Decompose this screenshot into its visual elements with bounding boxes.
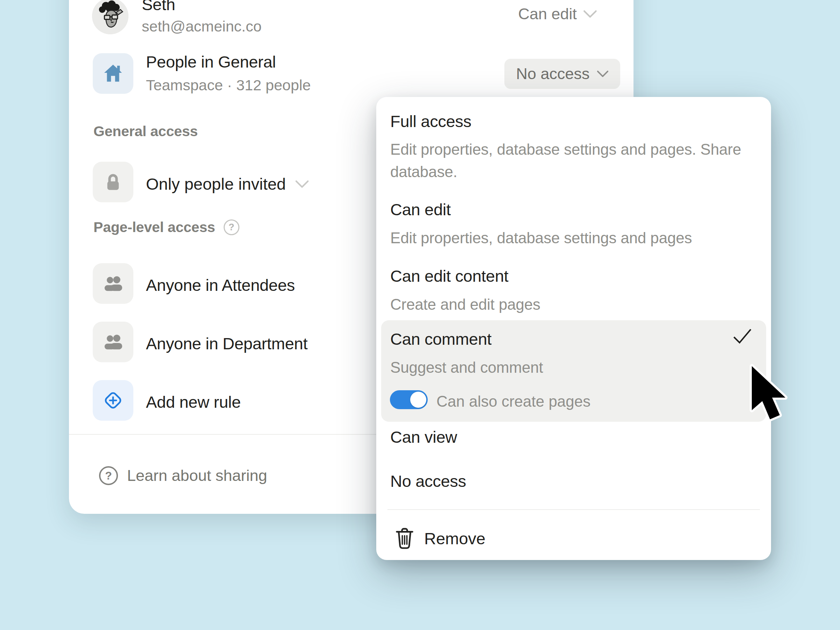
avatar-doodle-icon — [92, 0, 128, 34]
menu-item-full-access-desc: Edit properties, database settings and p… — [390, 138, 772, 183]
chevron-down-icon — [583, 10, 597, 18]
lock-icon — [103, 172, 123, 192]
menu-item-no-access[interactable]: No access — [390, 472, 466, 491]
menu-divider — [387, 509, 760, 510]
member-email: seth@acmeinc.co — [142, 17, 261, 35]
member-name: Seth — [142, 0, 175, 14]
remove-label: Remove — [424, 529, 485, 548]
lock-tile — [93, 162, 133, 202]
remove-button[interactable]: Remove — [395, 527, 485, 550]
menu-item-can-edit-desc: Edit properties, database settings and p… — [390, 227, 772, 249]
teamspace-permission-value: No access — [516, 65, 589, 83]
add-rule-icon — [101, 389, 125, 412]
people-icon — [102, 273, 124, 294]
general-access-value: Only people invited — [146, 174, 286, 194]
avatar — [92, 0, 128, 34]
page-level-access-heading: Page-level access ? — [93, 219, 239, 235]
selected-check-icon — [733, 328, 752, 344]
can-comment-desc: Suggest and comment — [390, 356, 772, 379]
menu-item-can-edit-content[interactable]: Can edit content — [390, 267, 508, 286]
help-icon[interactable]: ? — [224, 219, 239, 235]
menu-item-full-access[interactable]: Full access — [390, 112, 471, 131]
menu-item-can-comment[interactable]: Can comment Suggest and comment Can also… — [381, 320, 766, 422]
group-tile — [93, 322, 133, 362]
group-tile — [93, 263, 133, 304]
teamspace-tile — [93, 53, 133, 94]
learn-label: Learn about sharing — [127, 467, 267, 485]
rule-row[interactable]: Anyone in Attendees — [146, 276, 295, 295]
trash-icon — [395, 527, 414, 550]
create-pages-toggle-label: Can also create pages — [436, 393, 591, 410]
rule-row[interactable]: Anyone in Department — [146, 334, 308, 353]
chevron-down-icon — [597, 70, 609, 78]
permission-menu: Full access Edit properties, database se… — [376, 97, 771, 560]
teamspace-permission-dropdown[interactable]: No access — [504, 59, 620, 89]
menu-item-can-edit-content-desc: Create and edit pages — [390, 293, 772, 316]
add-rule-button[interactable]: Add new rule — [146, 393, 241, 412]
chevron-down-icon — [295, 180, 309, 188]
menu-item-can-view[interactable]: Can view — [390, 428, 457, 447]
general-access-selector[interactable]: Only people invited — [146, 174, 309, 194]
general-access-heading: General access — [93, 123, 198, 140]
can-comment-label: Can comment — [390, 330, 491, 349]
screen: Seth seth@acmeinc.co Can edit People in … — [0, 0, 840, 630]
people-icon — [102, 331, 124, 353]
member-permission-dropdown[interactable]: Can edit — [518, 5, 597, 23]
menu-item-can-edit[interactable]: Can edit — [390, 200, 451, 219]
member-permission-value: Can edit — [518, 5, 577, 23]
teamspace-subtitle: Teamspace · 312 people — [146, 76, 311, 94]
teamspace-name: People in General — [146, 52, 276, 71]
toggle-knob — [410, 392, 426, 408]
mouse-cursor — [748, 364, 788, 424]
help-circle-icon: ? — [99, 466, 118, 485]
learn-about-sharing-link[interactable]: ? Learn about sharing — [99, 466, 267, 485]
add-rule-tile — [93, 380, 133, 421]
home-icon — [102, 63, 124, 84]
page-level-access-label: Page-level access — [93, 219, 215, 235]
create-pages-toggle[interactable] — [390, 390, 428, 409]
